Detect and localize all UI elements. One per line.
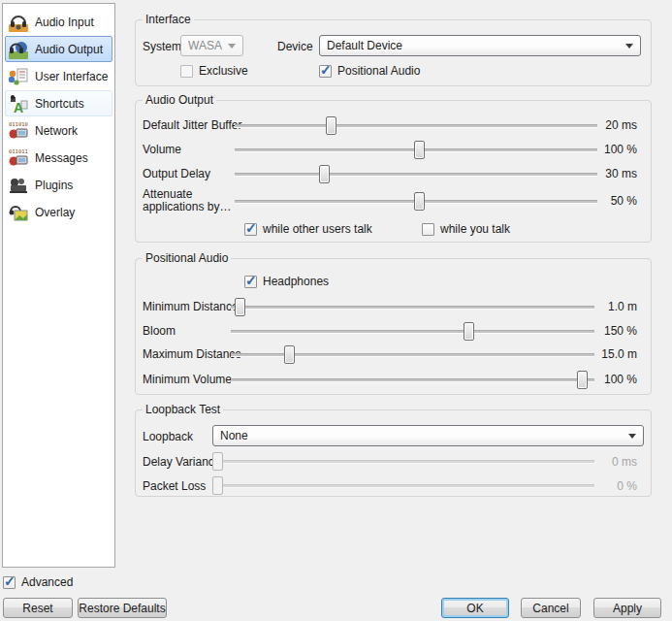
advanced-row[interactable]: Advanced	[3, 575, 73, 589]
slider-handle[interactable]	[319, 165, 330, 183]
svg-text:011010: 011010	[9, 121, 28, 127]
device-combo-value: Default Device	[327, 39, 620, 52]
system-combo-value: WASAPI	[188, 39, 222, 52]
settings-category-list: Audio Input Audio Output User Interface …	[2, 3, 115, 568]
slider-handle[interactable]	[414, 192, 425, 211]
messages-icon: 011011	[8, 147, 29, 169]
chevron-down-icon	[625, 44, 633, 49]
attenuate-applications-label: Attenuate applications by…	[143, 188, 241, 213]
maximum-distance-slider[interactable]	[231, 344, 594, 365]
loopback-combo-value: None	[220, 429, 623, 442]
restore-defaults-button[interactable]: Restore Defaults	[78, 598, 167, 618]
bloom-label: Bloom	[143, 324, 176, 338]
loopback-test-group: Loopback Test Loopback None Delay Varian…	[135, 409, 652, 497]
device-combo[interactable]: Default Device	[319, 35, 641, 56]
output-delay-value: 30 ms	[579, 167, 637, 180]
slider-track[interactable]	[235, 173, 597, 177]
slider-handle	[212, 452, 223, 471]
positional-audio-checkbox-row[interactable]: Positional Audio	[319, 64, 420, 78]
device-label: Device	[277, 40, 313, 53]
slider-handle[interactable]	[284, 345, 295, 364]
output-delay-slider[interactable]	[235, 164, 597, 184]
slider-track[interactable]	[235, 124, 597, 128]
group-title: Positional Audio	[143, 251, 231, 265]
slider-track	[212, 484, 594, 488]
slider-handle	[212, 476, 223, 495]
volume-value: 100 %	[579, 143, 637, 156]
headphones-checkbox[interactable]	[244, 276, 257, 288]
packet-loss-slider	[212, 475, 594, 496]
attenuate-applications-slider[interactable]	[235, 191, 597, 212]
default-jitter-buffer-value: 20 ms	[579, 118, 637, 132]
output-delay-label: Output Delay	[143, 167, 210, 180]
minimum-distance-value: 1.0 m	[579, 300, 637, 313]
delay-variance-slider	[212, 451, 594, 472]
default-jitter-buffer-slider[interactable]	[235, 115, 597, 136]
minimum-distance-slider[interactable]	[231, 297, 594, 317]
loopback-combo[interactable]: None	[212, 425, 644, 446]
cancel-button[interactable]: Cancel	[521, 598, 581, 618]
while-other-users-talk-row[interactable]: while other users talk	[244, 222, 372, 236]
sidebar-item-network[interactable]: 011010 Network	[5, 117, 112, 144]
minimum-volume-slider[interactable]	[231, 370, 594, 390]
sidebar-item-label: Network	[35, 124, 78, 138]
sidebar-item-label: User Interface	[35, 70, 108, 83]
overlay-icon	[8, 202, 29, 223]
while-other-users-talk-label: while other users talk	[263, 222, 372, 236]
sidebar-item-label: Audio Output	[35, 43, 103, 56]
group-title: Audio Output	[143, 93, 216, 107]
sidebar-item-shortcuts[interactable]: A Shortcuts	[5, 90, 112, 116]
apply-button[interactable]: Apply	[593, 598, 661, 618]
slider-track	[212, 460, 594, 464]
user-interface-icon	[8, 66, 29, 87]
slider-handle[interactable]	[464, 322, 474, 341]
delay-variance-label: Delay Variance	[143, 455, 220, 469]
slider-track[interactable]	[231, 378, 594, 382]
sidebar-item-messages[interactable]: 011011 Messages	[5, 145, 112, 171]
while-other-users-talk-checkbox[interactable]	[244, 223, 257, 236]
svg-text:011011: 011011	[9, 148, 28, 154]
sidebar-item-label: Plugins	[35, 179, 73, 192]
positional-audio-group: Positional Audio Headphones Minimum Dist…	[135, 258, 652, 395]
sidebar-item-plugins[interactable]: Plugins	[5, 172, 112, 198]
sidebar-item-label: Overlay	[35, 206, 75, 219]
sidebar-item-audio-input[interactable]: Audio Input	[5, 9, 112, 35]
exclusive-checkbox-row[interactable]: Exclusive	[180, 64, 248, 78]
exclusive-label: Exclusive	[199, 64, 248, 78]
plugins-icon	[8, 175, 29, 196]
sidebar-item-overlay[interactable]: Overlay	[5, 199, 112, 225]
exclusive-checkbox[interactable]	[180, 65, 193, 78]
volume-slider[interactable]	[235, 140, 597, 160]
bloom-slider[interactable]	[231, 321, 594, 342]
positional-audio-checkbox[interactable]	[319, 65, 332, 78]
sidebar-item-audio-output[interactable]: Audio Output	[5, 36, 112, 62]
reset-button[interactable]: Reset	[3, 598, 73, 618]
while-you-talk-label: while you talk	[440, 222, 510, 236]
sidebar-item-label: Messages	[35, 151, 88, 165]
settings-dialog: Audio Input Audio Output User Interface …	[0, 0, 672, 621]
minimum-volume-value: 100 %	[579, 373, 637, 386]
slider-handle[interactable]	[326, 116, 336, 135]
packet-loss-label: Packet Loss	[143, 479, 206, 493]
slider-handle[interactable]	[235, 298, 245, 316]
group-title: Loopback Test	[143, 403, 223, 416]
headphones-label: Headphones	[263, 275, 329, 288]
system-combo: WASAPI	[180, 35, 243, 56]
ok-button[interactable]: OK	[441, 598, 509, 618]
attenuate-applications-value: 50 %	[579, 194, 637, 208]
sidebar-item-user-interface[interactable]: User Interface	[5, 63, 112, 89]
while-you-talk-row[interactable]: while you talk	[422, 222, 510, 236]
audio-output-icon	[8, 39, 29, 60]
slider-track[interactable]	[231, 330, 594, 334]
slider-track[interactable]	[231, 306, 594, 310]
maximum-distance-value: 15.0 m	[579, 347, 637, 361]
while-you-talk-checkbox[interactable]	[422, 223, 434, 236]
delay-variance-value: 0 ms	[579, 455, 637, 469]
bloom-value: 150 %	[579, 324, 637, 338]
advanced-checkbox[interactable]	[3, 576, 16, 589]
sidebar-item-label: Shortcuts	[35, 97, 84, 111]
shortcuts-icon: A	[8, 93, 29, 114]
headphones-row[interactable]: Headphones	[244, 275, 329, 288]
slider-handle[interactable]	[414, 141, 425, 159]
chevron-down-icon	[228, 44, 236, 49]
